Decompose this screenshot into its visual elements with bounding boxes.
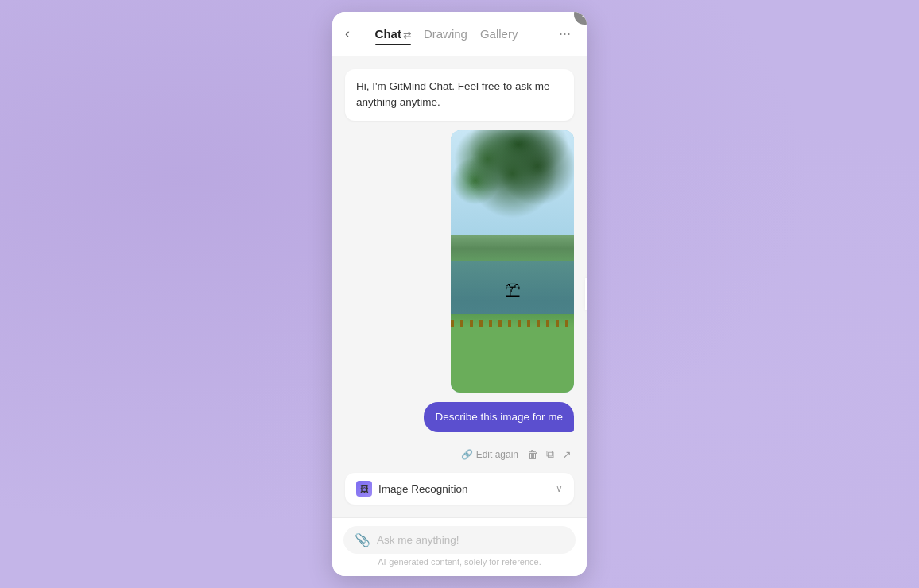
share-button[interactable]: ↗ xyxy=(560,446,574,463)
chat-panel: × ‹ Chat⇄ Drawing Gallery ··· Hi, I'm Gi… xyxy=(332,12,587,576)
scene-fence xyxy=(451,320,574,327)
sync-icon: ⇄ xyxy=(403,29,411,41)
tab-drawing[interactable]: Drawing xyxy=(424,24,467,44)
more-icon: ··· xyxy=(559,25,571,41)
image-message: ⛱ xyxy=(345,130,574,393)
link-icon: 🔗 xyxy=(461,449,473,460)
share-icon: ↗ xyxy=(562,448,572,461)
side-toggle[interactable]: ▶ xyxy=(585,278,587,310)
tab-chat[interactable]: Chat⇄ xyxy=(375,24,411,44)
chat-input-area: 📎 AI-generated content, solely for refer… xyxy=(332,517,587,576)
close-icon: × xyxy=(581,12,587,21)
more-button[interactable]: ··· xyxy=(556,22,574,45)
user-message: Describe this image for me xyxy=(345,402,574,433)
chat-header: ‹ Chat⇄ Drawing Gallery ··· xyxy=(332,12,587,56)
scene-umbrella: ⛱ xyxy=(505,282,521,300)
recognition-header[interactable]: 🖼 Image Recognition ∨ xyxy=(345,473,574,505)
edit-again-button[interactable]: 🔗 Edit again xyxy=(458,447,522,462)
welcome-message: Hi, I'm GitMind Chat. Feel free to ask m… xyxy=(345,69,574,121)
scene-trees xyxy=(451,130,574,275)
delete-icon: 🗑 xyxy=(527,448,538,461)
disclaimer-text: AI-generated content, solely for referen… xyxy=(343,554,576,571)
message-actions: 🔗 Edit again 🗑 ⧉ ↗ xyxy=(345,445,574,463)
uploaded-image: ⛱ xyxy=(451,130,574,393)
copy-button[interactable]: ⧉ xyxy=(544,445,556,463)
chat-body: Hi, I'm GitMind Chat. Feel free to ask m… xyxy=(332,56,587,517)
tab-bar: Chat⇄ Drawing Gallery xyxy=(337,24,556,44)
recognition-title: 🖼 Image Recognition xyxy=(356,481,468,497)
recognition-card: 🖼 Image Recognition ∨ This image showcas… xyxy=(345,473,574,505)
recognition-icon: 🖼 xyxy=(356,481,372,497)
tab-gallery[interactable]: Gallery xyxy=(480,24,518,44)
chevron-down-icon: ∨ xyxy=(556,483,563,494)
chat-input[interactable] xyxy=(377,534,564,546)
input-row: 📎 xyxy=(343,526,576,554)
delete-button[interactable]: 🗑 xyxy=(525,446,541,463)
attach-icon: 📎 xyxy=(355,533,370,547)
attach-button[interactable]: 📎 xyxy=(355,532,370,547)
copy-icon: ⧉ xyxy=(546,447,554,460)
user-bubble: Describe this image for me xyxy=(424,402,574,433)
